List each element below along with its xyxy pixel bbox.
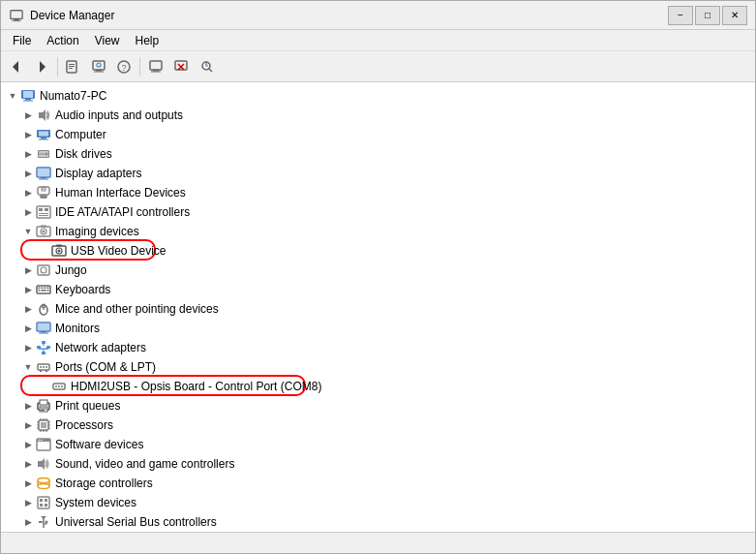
svg-rect-2 [13,20,21,21]
tree-item-processors[interactable]: ▶ [1,416,755,435]
tree-item-storage[interactable]: ▶ Storage controllers [1,474,755,493]
svg-rect-54 [41,226,46,228]
tree-item-imaging[interactable]: ▼ Imaging devices [1,222,755,241]
uninstall-button[interactable] [169,55,193,78]
display-expander[interactable]: ▶ [20,166,36,181]
minimize-button[interactable]: − [668,6,693,25]
svg-rect-0 [11,10,22,18]
toolbar: ? [1,51,755,82]
ports-expander[interactable]: ▼ [20,359,36,375]
usb-expander[interactable]: ▶ [20,514,36,530]
menu-help[interactable]: Help [128,32,167,49]
audio-label: Audio inputs and outputs [55,108,183,122]
svg-point-120 [38,478,49,483]
properties-button[interactable] [62,55,85,78]
network-expander[interactable]: ▶ [20,340,36,355]
tree-item-ports[interactable]: ▼ Ports (COM & LPT) [1,357,755,377]
hid-icon [36,185,51,200]
print-icon [36,398,51,414]
mice-icon [36,301,51,317]
disable-button[interactable] [144,55,167,78]
tree-item-display[interactable]: ▶ Display adapters [1,164,755,183]
mice-label: Mice and other pointing devices [55,302,219,316]
storage-label: Storage controllers [55,477,153,490]
tree-item-audio[interactable]: ▶ Audio inputs and outputs [1,106,755,125]
computer-expander[interactable]: ▶ [20,127,36,142]
ide-expander[interactable]: ▶ [20,204,36,220]
svg-point-89 [45,366,47,368]
computer-icon [20,88,36,104]
tree-item-computer[interactable]: ▶ Computer [1,125,755,144]
svg-rect-8 [69,68,73,69]
svg-rect-47 [39,208,43,211]
usb-video-expander [36,243,51,259]
close-button[interactable]: ✕ [722,6,747,25]
svg-rect-18 [175,61,187,70]
hid-expander[interactable]: ▶ [20,185,36,200]
tree-item-mice[interactable]: ▶ Mice and other pointing devices [1,299,755,319]
svg-rect-37 [39,153,45,155]
svg-marker-29 [39,109,45,121]
tree-item-monitors[interactable]: ▶ Monitors [1,319,755,338]
svg-point-87 [40,366,42,368]
svg-point-60 [41,267,46,273]
storage-expander[interactable]: ▶ [20,476,36,491]
mice-expander[interactable]: ▶ [20,301,36,317]
scan-button[interactable] [195,55,218,78]
menu-file[interactable]: File [5,32,39,49]
tree-item-hdmi2usb[interactable]: HDMI2USB - Opsis Board - Control Port (C… [1,377,755,396]
svg-rect-1 [14,18,18,20]
maximize-button[interactable]: □ [695,6,720,25]
software-expander[interactable]: ▶ [20,437,36,452]
monitors-expander[interactable]: ▶ [20,321,36,336]
processors-expander[interactable]: ▶ [20,417,36,433]
tree-item-keyboards[interactable]: ▶ Keyboards [1,280,755,299]
svg-rect-68 [47,290,49,292]
svg-rect-75 [39,333,48,334]
back-button[interactable] [5,55,28,78]
svg-rect-46 [37,206,50,218]
sound-expander[interactable]: ▶ [20,456,36,472]
audio-expander[interactable]: ▶ [20,108,36,123]
svg-point-93 [55,385,57,387]
forward-button[interactable] [30,55,53,78]
print-expander[interactable]: ▶ [20,398,36,414]
device-tree[interactable]: ▼ Numato7-PC ▶ [1,82,755,532]
tree-item-network[interactable]: ▶ [1,338,755,357]
processors-icon [36,417,51,433]
keyboards-label: Keyboards [55,283,110,296]
svg-rect-50 [39,215,48,216]
svg-rect-63 [42,288,44,290]
status-bar [1,532,755,553]
tree-item-disk[interactable]: ▶ Disk drives [1,144,755,164]
tree-item-jungo[interactable]: ▶ Jungo [1,261,755,280]
svg-rect-91 [45,370,47,372]
tree-item-usb[interactable]: ▶ Universal Serial Bus controllers [1,512,755,532]
update-driver-button[interactable] [87,55,110,78]
tree-item-software[interactable]: ▶ Software devices [1,435,755,454]
menu-bar: File Action View Help [1,30,755,51]
tree-root[interactable]: ▼ Numato7-PC [1,86,755,106]
root-expander[interactable]: ▼ [5,88,20,104]
jungo-expander[interactable]: ▶ [20,262,36,278]
help-button[interactable]: ? [112,55,136,78]
tree-item-usb-video[interactable]: USB Video Device [1,241,755,261]
svg-rect-48 [45,208,48,211]
usb-video-icon [51,243,67,259]
tree-item-print[interactable]: ▶ Print queues [1,396,755,416]
imaging-expander[interactable]: ▼ [20,224,36,239]
tree-item-hid[interactable]: ▶ Human Interface Devices [1,183,755,202]
menu-action[interactable]: Action [39,32,86,49]
tree-item-system[interactable]: ▶ System devices [1,493,755,512]
keyboards-expander[interactable]: ▶ [20,282,36,297]
menu-view[interactable]: View [87,32,128,49]
svg-rect-49 [39,213,48,214]
jungo-label: Jungo [55,263,87,277]
system-expander[interactable]: ▶ [20,495,36,510]
software-label: Software devices [55,438,143,451]
svg-line-22 [209,69,212,72]
disk-expander[interactable]: ▶ [20,146,36,162]
tree-item-ide[interactable]: ▶ IDE ATA/ATAPI controllers [1,202,755,222]
usb-label: Universal Serial Bus controllers [55,515,217,529]
tree-item-sound[interactable]: ▶ Sound, video and game controllers [1,454,755,474]
